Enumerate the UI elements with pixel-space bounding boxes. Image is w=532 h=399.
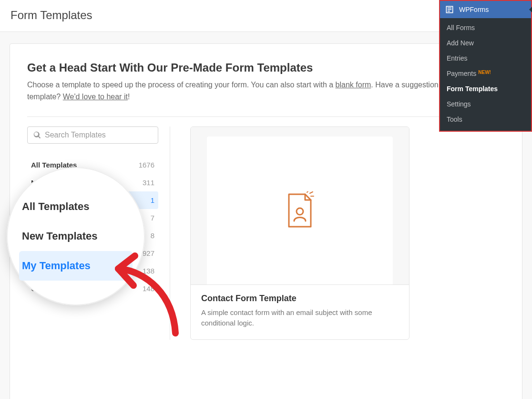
wp-submenu-list: All FormsAdd NewEntriesPaymentsNEW!Form … bbox=[440, 18, 531, 131]
template-area: Contact Form Template A simple contact f… bbox=[170, 126, 505, 340]
template-thumb-inner bbox=[207, 136, 393, 284]
contact-form-icon bbox=[283, 191, 317, 230]
search-icon bbox=[33, 131, 41, 139]
wp-submenu: WPForms All FormsAdd NewEntriesPaymentsN… bbox=[439, 0, 532, 132]
category-count: 1676 bbox=[139, 161, 154, 169]
magnifier-row-my: My Templates bbox=[19, 251, 133, 281]
wp-submenu-item[interactable]: All Forms bbox=[440, 20, 531, 35]
blank-form-link[interactable]: blank form bbox=[336, 81, 371, 89]
wp-submenu-title: WPForms bbox=[459, 6, 489, 13]
category-count: 1 bbox=[151, 196, 154, 204]
magnifier-row-all: All Templates bbox=[19, 192, 133, 221]
new-badge: NEW! bbox=[478, 70, 491, 75]
intro-description: Choose a template to speed up the proces… bbox=[27, 79, 505, 103]
template-info: Contact Form Template A simple contact f… bbox=[191, 284, 409, 339]
category-count: 138 bbox=[143, 267, 154, 275]
category-count: 148 bbox=[143, 284, 154, 293]
wpforms-icon bbox=[445, 5, 454, 14]
search-box[interactable] bbox=[27, 126, 158, 144]
intro-text-1: Choose a template to speed up the proces… bbox=[27, 81, 336, 89]
wp-submenu-item[interactable]: Entries bbox=[440, 51, 531, 66]
magnifier-row-new: New Templates bbox=[19, 221, 133, 251]
template-desc: A simple contact form with an email subj… bbox=[201, 307, 399, 329]
search-input[interactable] bbox=[45, 131, 152, 139]
svg-point-0 bbox=[297, 208, 303, 215]
category-count: 927 bbox=[143, 249, 154, 257]
category-count: 311 bbox=[143, 178, 154, 187]
divider bbox=[27, 116, 505, 117]
wp-submenu-item[interactable]: Add New bbox=[440, 35, 531, 51]
template-card[interactable]: Contact Form Template A simple contact f… bbox=[190, 126, 409, 340]
suggestion-link[interactable]: We'd love to hear it bbox=[63, 93, 128, 101]
magnifier-callout: All Templates New Templates My Templates bbox=[7, 167, 145, 305]
template-thumb bbox=[191, 127, 409, 284]
submenu-caret-icon bbox=[529, 7, 532, 12]
wp-submenu-item[interactable]: Form Templates bbox=[440, 81, 531, 96]
template-title: Contact Form Template bbox=[201, 294, 399, 304]
wp-submenu-item[interactable]: Settings bbox=[440, 96, 531, 112]
wp-submenu-item[interactable]: PaymentsNEW! bbox=[440, 66, 531, 81]
intro-text-3: ! bbox=[128, 93, 130, 101]
intro-heading: Get a Head Start With Our Pre-Made Form … bbox=[27, 61, 505, 74]
wp-submenu-head[interactable]: WPForms bbox=[440, 1, 531, 18]
wp-submenu-item[interactable]: Tools bbox=[440, 112, 531, 127]
category-count: 7 bbox=[151, 214, 154, 222]
category-count: 8 bbox=[151, 231, 154, 240]
